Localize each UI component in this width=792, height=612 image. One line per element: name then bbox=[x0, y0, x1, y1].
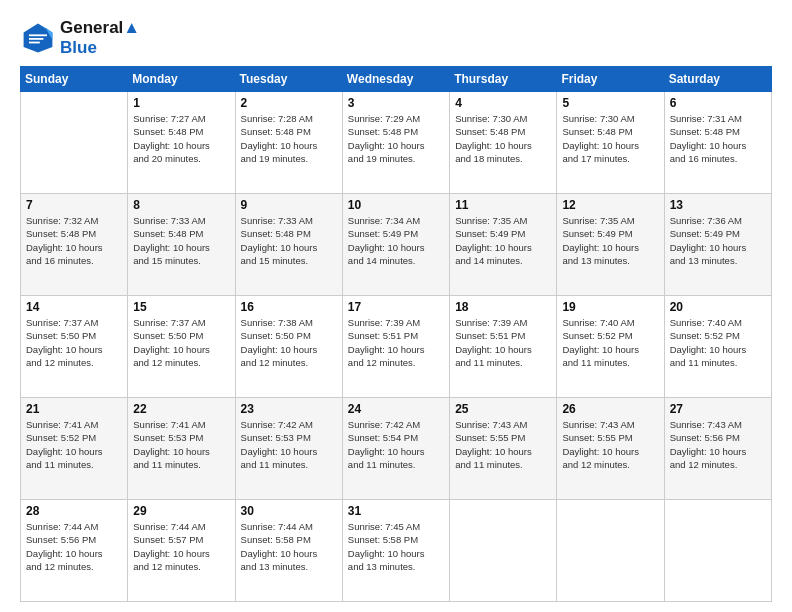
day-info: Sunrise: 7:44 AM Sunset: 5:56 PM Dayligh… bbox=[26, 520, 122, 573]
calendar-cell: 15Sunrise: 7:37 AM Sunset: 5:50 PM Dayli… bbox=[128, 296, 235, 398]
calendar-cell: 26Sunrise: 7:43 AM Sunset: 5:55 PM Dayli… bbox=[557, 398, 664, 500]
day-info: Sunrise: 7:33 AM Sunset: 5:48 PM Dayligh… bbox=[133, 214, 229, 267]
calendar-cell: 10Sunrise: 7:34 AM Sunset: 5:49 PM Dayli… bbox=[342, 194, 449, 296]
day-info: Sunrise: 7:35 AM Sunset: 5:49 PM Dayligh… bbox=[562, 214, 658, 267]
calendar-cell: 27Sunrise: 7:43 AM Sunset: 5:56 PM Dayli… bbox=[664, 398, 771, 500]
day-number: 22 bbox=[133, 402, 229, 416]
day-number: 20 bbox=[670, 300, 766, 314]
day-number: 28 bbox=[26, 504, 122, 518]
day-number: 21 bbox=[26, 402, 122, 416]
day-number: 5 bbox=[562, 96, 658, 110]
calendar-cell: 6Sunrise: 7:31 AM Sunset: 5:48 PM Daylig… bbox=[664, 92, 771, 194]
day-number: 7 bbox=[26, 198, 122, 212]
day-info: Sunrise: 7:33 AM Sunset: 5:48 PM Dayligh… bbox=[241, 214, 337, 267]
day-info: Sunrise: 7:28 AM Sunset: 5:48 PM Dayligh… bbox=[241, 112, 337, 165]
calendar-cell bbox=[21, 92, 128, 194]
calendar-cell: 23Sunrise: 7:42 AM Sunset: 5:53 PM Dayli… bbox=[235, 398, 342, 500]
day-info: Sunrise: 7:37 AM Sunset: 5:50 PM Dayligh… bbox=[133, 316, 229, 369]
calendar-cell: 28Sunrise: 7:44 AM Sunset: 5:56 PM Dayli… bbox=[21, 500, 128, 602]
day-info: Sunrise: 7:35 AM Sunset: 5:49 PM Dayligh… bbox=[455, 214, 551, 267]
day-info: Sunrise: 7:27 AM Sunset: 5:48 PM Dayligh… bbox=[133, 112, 229, 165]
day-info: Sunrise: 7:29 AM Sunset: 5:48 PM Dayligh… bbox=[348, 112, 444, 165]
calendar-cell: 11Sunrise: 7:35 AM Sunset: 5:49 PM Dayli… bbox=[450, 194, 557, 296]
day-number: 8 bbox=[133, 198, 229, 212]
header: General▲ Blue bbox=[20, 18, 772, 58]
calendar-cell: 21Sunrise: 7:41 AM Sunset: 5:52 PM Dayli… bbox=[21, 398, 128, 500]
day-number: 3 bbox=[348, 96, 444, 110]
day-number: 2 bbox=[241, 96, 337, 110]
day-header-friday: Friday bbox=[557, 67, 664, 92]
day-info: Sunrise: 7:43 AM Sunset: 5:55 PM Dayligh… bbox=[455, 418, 551, 471]
calendar-cell: 16Sunrise: 7:38 AM Sunset: 5:50 PM Dayli… bbox=[235, 296, 342, 398]
calendar-cell: 14Sunrise: 7:37 AM Sunset: 5:50 PM Dayli… bbox=[21, 296, 128, 398]
calendar-cell: 3Sunrise: 7:29 AM Sunset: 5:48 PM Daylig… bbox=[342, 92, 449, 194]
header-row: SundayMondayTuesdayWednesdayThursdayFrid… bbox=[21, 67, 772, 92]
day-info: Sunrise: 7:44 AM Sunset: 5:58 PM Dayligh… bbox=[241, 520, 337, 573]
day-info: Sunrise: 7:41 AM Sunset: 5:53 PM Dayligh… bbox=[133, 418, 229, 471]
logo-text: General▲ Blue bbox=[60, 18, 140, 58]
calendar-cell: 31Sunrise: 7:45 AM Sunset: 5:58 PM Dayli… bbox=[342, 500, 449, 602]
day-info: Sunrise: 7:39 AM Sunset: 5:51 PM Dayligh… bbox=[455, 316, 551, 369]
day-info: Sunrise: 7:42 AM Sunset: 5:53 PM Dayligh… bbox=[241, 418, 337, 471]
calendar-cell: 4Sunrise: 7:30 AM Sunset: 5:48 PM Daylig… bbox=[450, 92, 557, 194]
logo-icon bbox=[20, 20, 56, 56]
day-info: Sunrise: 7:41 AM Sunset: 5:52 PM Dayligh… bbox=[26, 418, 122, 471]
calendar-cell: 12Sunrise: 7:35 AM Sunset: 5:49 PM Dayli… bbox=[557, 194, 664, 296]
calendar-cell: 9Sunrise: 7:33 AM Sunset: 5:48 PM Daylig… bbox=[235, 194, 342, 296]
day-number: 12 bbox=[562, 198, 658, 212]
day-header-saturday: Saturday bbox=[664, 67, 771, 92]
day-number: 13 bbox=[670, 198, 766, 212]
day-number: 31 bbox=[348, 504, 444, 518]
calendar-cell: 7Sunrise: 7:32 AM Sunset: 5:48 PM Daylig… bbox=[21, 194, 128, 296]
calendar-cell: 25Sunrise: 7:43 AM Sunset: 5:55 PM Dayli… bbox=[450, 398, 557, 500]
day-number: 4 bbox=[455, 96, 551, 110]
calendar-cell: 30Sunrise: 7:44 AM Sunset: 5:58 PM Dayli… bbox=[235, 500, 342, 602]
day-info: Sunrise: 7:43 AM Sunset: 5:55 PM Dayligh… bbox=[562, 418, 658, 471]
day-header-sunday: Sunday bbox=[21, 67, 128, 92]
day-info: Sunrise: 7:34 AM Sunset: 5:49 PM Dayligh… bbox=[348, 214, 444, 267]
calendar-cell: 24Sunrise: 7:42 AM Sunset: 5:54 PM Dayli… bbox=[342, 398, 449, 500]
svg-rect-3 bbox=[29, 38, 43, 40]
day-info: Sunrise: 7:42 AM Sunset: 5:54 PM Dayligh… bbox=[348, 418, 444, 471]
day-info: Sunrise: 7:45 AM Sunset: 5:58 PM Dayligh… bbox=[348, 520, 444, 573]
day-number: 14 bbox=[26, 300, 122, 314]
day-info: Sunrise: 7:31 AM Sunset: 5:48 PM Dayligh… bbox=[670, 112, 766, 165]
calendar-cell: 19Sunrise: 7:40 AM Sunset: 5:52 PM Dayli… bbox=[557, 296, 664, 398]
day-number: 16 bbox=[241, 300, 337, 314]
calendar-cell: 17Sunrise: 7:39 AM Sunset: 5:51 PM Dayli… bbox=[342, 296, 449, 398]
week-row-3: 14Sunrise: 7:37 AM Sunset: 5:50 PM Dayli… bbox=[21, 296, 772, 398]
calendar-cell: 20Sunrise: 7:40 AM Sunset: 5:52 PM Dayli… bbox=[664, 296, 771, 398]
day-info: Sunrise: 7:40 AM Sunset: 5:52 PM Dayligh… bbox=[562, 316, 658, 369]
day-number: 29 bbox=[133, 504, 229, 518]
day-number: 6 bbox=[670, 96, 766, 110]
day-info: Sunrise: 7:43 AM Sunset: 5:56 PM Dayligh… bbox=[670, 418, 766, 471]
week-row-2: 7Sunrise: 7:32 AM Sunset: 5:48 PM Daylig… bbox=[21, 194, 772, 296]
week-row-4: 21Sunrise: 7:41 AM Sunset: 5:52 PM Dayli… bbox=[21, 398, 772, 500]
day-info: Sunrise: 7:38 AM Sunset: 5:50 PM Dayligh… bbox=[241, 316, 337, 369]
calendar-table: SundayMondayTuesdayWednesdayThursdayFrid… bbox=[20, 66, 772, 602]
day-info: Sunrise: 7:32 AM Sunset: 5:48 PM Dayligh… bbox=[26, 214, 122, 267]
day-number: 26 bbox=[562, 402, 658, 416]
day-info: Sunrise: 7:40 AM Sunset: 5:52 PM Dayligh… bbox=[670, 316, 766, 369]
page: General▲ Blue SundayMondayTuesdayWednesd… bbox=[0, 0, 792, 612]
day-number: 18 bbox=[455, 300, 551, 314]
day-header-monday: Monday bbox=[128, 67, 235, 92]
calendar-cell: 8Sunrise: 7:33 AM Sunset: 5:48 PM Daylig… bbox=[128, 194, 235, 296]
week-row-5: 28Sunrise: 7:44 AM Sunset: 5:56 PM Dayli… bbox=[21, 500, 772, 602]
day-number: 1 bbox=[133, 96, 229, 110]
day-header-thursday: Thursday bbox=[450, 67, 557, 92]
calendar-cell: 2Sunrise: 7:28 AM Sunset: 5:48 PM Daylig… bbox=[235, 92, 342, 194]
day-number: 17 bbox=[348, 300, 444, 314]
week-row-1: 1Sunrise: 7:27 AM Sunset: 5:48 PM Daylig… bbox=[21, 92, 772, 194]
day-number: 10 bbox=[348, 198, 444, 212]
calendar-cell: 18Sunrise: 7:39 AM Sunset: 5:51 PM Dayli… bbox=[450, 296, 557, 398]
calendar-cell: 1Sunrise: 7:27 AM Sunset: 5:48 PM Daylig… bbox=[128, 92, 235, 194]
calendar-cell: 5Sunrise: 7:30 AM Sunset: 5:48 PM Daylig… bbox=[557, 92, 664, 194]
day-number: 9 bbox=[241, 198, 337, 212]
day-info: Sunrise: 7:30 AM Sunset: 5:48 PM Dayligh… bbox=[562, 112, 658, 165]
calendar-cell bbox=[557, 500, 664, 602]
logo: General▲ Blue bbox=[20, 18, 140, 58]
day-number: 23 bbox=[241, 402, 337, 416]
day-info: Sunrise: 7:30 AM Sunset: 5:48 PM Dayligh… bbox=[455, 112, 551, 165]
day-number: 25 bbox=[455, 402, 551, 416]
